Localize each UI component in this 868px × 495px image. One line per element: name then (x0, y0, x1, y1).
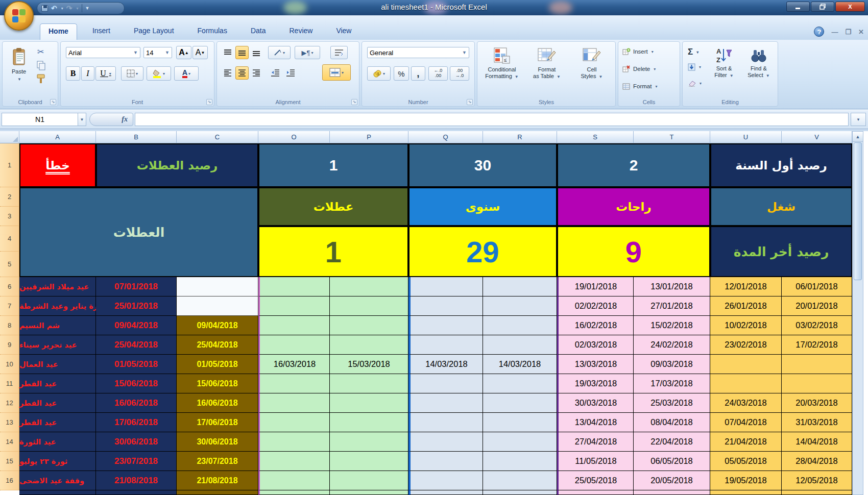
redo-icon[interactable]: ↷ (66, 5, 73, 12)
cell-U10[interactable] (710, 355, 782, 374)
cut-icon[interactable]: ✂ (37, 47, 44, 57)
cell-O2[interactable]: عطلات (258, 187, 408, 226)
sort-filter-button[interactable]: AZ Sort &Filter ▼ (707, 44, 741, 95)
cell-C9[interactable]: 25/04/2018 (177, 335, 258, 355)
row-header-10[interactable]: 10 (0, 355, 19, 374)
borders-button[interactable]: ▾ (121, 66, 143, 81)
workbook-close-icon[interactable]: ✕ (858, 28, 864, 36)
cell-O16[interactable] (258, 471, 330, 490)
cell-S13[interactable]: 13/04/2018 (557, 413, 634, 432)
cell-S1[interactable]: 2 (557, 143, 710, 187)
cell-V8[interactable]: 03/02/2018 (782, 316, 852, 335)
format-as-table-button[interactable]: Formatas Table ▼ (525, 44, 568, 95)
cell-A12[interactable]: عيد الفطر (19, 393, 96, 413)
cell-C8[interactable]: 09/04/2018 (177, 316, 258, 335)
cell-Q6[interactable] (408, 277, 483, 296)
cell-R8[interactable] (483, 316, 557, 335)
scroll-up-icon[interactable]: ▲ (853, 132, 863, 142)
comma-style-button[interactable]: , (411, 66, 425, 81)
cell-C7[interactable] (177, 296, 258, 316)
cell-R12[interactable] (483, 393, 557, 413)
tab-insert[interactable]: Insert (84, 23, 118, 40)
undo-icon[interactable]: ↶ (51, 5, 57, 12)
cell-V10[interactable] (782, 355, 852, 374)
cell-S11[interactable]: 19/03/2018 (557, 374, 634, 393)
cell-U11[interactable] (710, 374, 782, 393)
cell-C10[interactable]: 01/05/2018 (177, 355, 258, 374)
cell-C6[interactable] (177, 277, 258, 296)
cell-C16[interactable]: 21/08/2018 (177, 471, 258, 490)
fill-color-button[interactable]: ▾ (147, 66, 171, 81)
minimize-button[interactable] (786, 2, 810, 12)
copy-icon[interactable] (36, 60, 46, 70)
save-icon[interactable] (41, 5, 48, 12)
cell-R7[interactable] (483, 296, 557, 316)
cell-U4-period-end-balance[interactable]: رصيد أخر المدة (710, 226, 852, 277)
cell-A7[interactable]: ثورة يناير وعيد الشرطة (19, 296, 96, 316)
row-header-8[interactable]: 8 (0, 316, 19, 335)
cell-A6[interactable]: عيد ميلاد الشرقيين (19, 277, 96, 296)
cell-T14[interactable]: 22/04/2018 (634, 432, 710, 452)
column-header-O[interactable]: O (258, 131, 330, 143)
cell-B15[interactable]: 23/07/2018 (96, 452, 177, 471)
align-middle-icon[interactable] (235, 46, 249, 59)
increase-decimal-button[interactable]: ←.0.00 (428, 66, 448, 81)
row-header-9[interactable]: 9 (0, 335, 19, 355)
customize-qat-icon[interactable]: ▼ (85, 6, 90, 11)
cell-R13[interactable] (483, 413, 557, 432)
cell-C13[interactable]: 17/06/2018 (177, 413, 258, 432)
cell-B6[interactable]: 07/01/2018 (96, 277, 177, 296)
help-icon[interactable]: ? (814, 27, 824, 37)
name-box[interactable]: N1 (2, 113, 78, 126)
close-button[interactable]: X (835, 2, 865, 12)
cell-B12[interactable]: 16/06/2018 (96, 393, 177, 413)
cell-U2[interactable]: شغل (710, 187, 852, 226)
cell-S15[interactable]: 11/05/2018 (557, 452, 634, 471)
cell-V16[interactable]: 12/05/2018 (782, 471, 852, 490)
fill-button[interactable]: ▾ (688, 63, 701, 71)
bold-button[interactable]: B (66, 66, 80, 81)
font-size-combo[interactable]: 14▼ (143, 47, 172, 58)
cell-V15[interactable]: 28/04/2018 (782, 452, 852, 471)
cell-P11[interactable] (330, 374, 408, 393)
align-center-icon[interactable] (235, 66, 249, 80)
cell-O1[interactable]: 1 (258, 143, 408, 187)
cell-P7[interactable] (330, 296, 408, 316)
cell-V6[interactable]: 06/01/2018 (782, 277, 852, 296)
format-cells-button[interactable]: Format▾ (622, 83, 657, 90)
cell-U8[interactable]: 10/02/2018 (710, 316, 782, 335)
font-color-button[interactable]: A▾ (174, 66, 199, 81)
row-header-1[interactable]: 1 (0, 143, 19, 187)
percent-style-button[interactable]: % (394, 66, 409, 81)
cell-A9[interactable]: عيد تحرير سيناء (19, 335, 96, 355)
column-header-U[interactable]: U (710, 131, 782, 143)
cell-T8[interactable]: 15/02/2018 (634, 316, 710, 335)
cell-B10[interactable]: 01/05/2018 (96, 355, 177, 374)
cell-A15[interactable]: ثورة ٢٣ يوليو (19, 452, 96, 471)
cell-O15[interactable] (258, 452, 330, 471)
cell-U14[interactable]: 21/04/2018 (710, 432, 782, 452)
cell-S7[interactable]: 02/02/2018 (557, 296, 634, 316)
cell-A11[interactable]: عيد الفطر (19, 374, 96, 393)
cell-Q2[interactable]: سنوى (408, 187, 557, 226)
vertical-scrollbar[interactable]: ▲ (852, 131, 863, 495)
cell-P12[interactable] (330, 393, 408, 413)
tab-formulas[interactable]: Formulas (189, 23, 235, 40)
cell-T6[interactable]: 13/01/2018 (634, 277, 710, 296)
tab-view[interactable]: View (328, 23, 359, 40)
text-direction-button[interactable]: ▶¶▾ (295, 46, 320, 59)
row-header-6[interactable]: 6 (0, 277, 19, 296)
column-header-Q[interactable]: Q (408, 131, 483, 143)
cell-T15[interactable]: 06/05/2018 (634, 452, 710, 471)
cell-B16[interactable]: 21/08/2018 (96, 471, 177, 490)
cell-S6[interactable]: 19/01/2018 (557, 277, 634, 296)
cell-O13[interactable] (258, 413, 330, 432)
align-top-icon[interactable] (221, 46, 234, 59)
scrollbar-thumb[interactable] (854, 142, 862, 280)
cell-A14[interactable]: عيد الثورة (19, 432, 96, 452)
cell-A10[interactable]: عيد العمال (19, 355, 96, 374)
cell-S16[interactable]: 25/05/2018 (557, 471, 634, 490)
cell-T9[interactable]: 24/02/2018 (634, 335, 710, 355)
autosum-button[interactable]: Σ▾ (688, 47, 698, 57)
cell-T11[interactable]: 17/03/2018 (634, 374, 710, 393)
